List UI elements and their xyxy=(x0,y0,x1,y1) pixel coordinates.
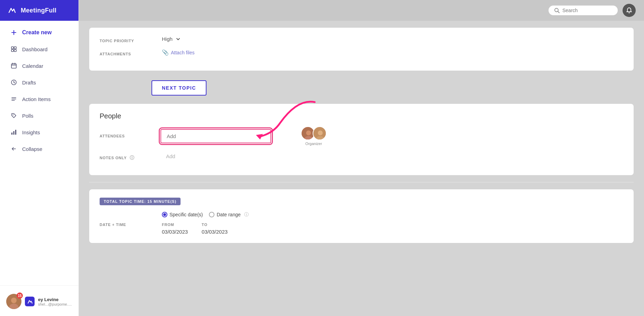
priority-text: High xyxy=(162,36,173,42)
bar-chart-icon xyxy=(10,129,17,136)
sidebar-bottom: 15 ey Levine shel...@purpome.com xyxy=(0,285,79,316)
topic-priority-value[interactable]: High xyxy=(162,36,623,42)
sidebar-nav: Create new Dashboard Calendar Drafts xyxy=(0,21,79,285)
info-icon: ⓘ xyxy=(130,155,135,161)
attendee-avatars-area: Organizer xyxy=(297,126,326,146)
sidebar-item-polls[interactable]: Polls xyxy=(3,107,76,124)
sidebar-item-drafts[interactable]: Drafts xyxy=(3,74,76,91)
radio-group: Specific date(s) Date range ⓘ xyxy=(162,211,249,218)
notes-only-row: NOTES ONLY ⓘ Add xyxy=(100,151,623,162)
attendees-row: ATTENDEES xyxy=(100,126,623,146)
sidebar-item-label: Create new xyxy=(22,29,52,36)
next-topic-button[interactable]: NEXT TOPIC xyxy=(151,80,206,96)
notes-only-add[interactable]: Add xyxy=(160,151,181,162)
date-fields: FROM 03/03/2023 TO 03/03/2023 xyxy=(162,223,249,235)
sidebar-item-insights[interactable]: Insights xyxy=(3,124,76,141)
svg-point-32 xyxy=(318,130,323,135)
specific-dates-radio[interactable] xyxy=(162,212,167,217)
to-field-group: TO 03/03/2023 xyxy=(202,223,228,235)
date-range-info-icon: ⓘ xyxy=(244,211,249,218)
user-section[interactable]: 15 ey Levine shel...@purpome.com xyxy=(0,290,79,313)
svg-rect-6 xyxy=(14,49,16,52)
date-range-radio[interactable] xyxy=(209,212,214,217)
attachments-row: ATTACHMENTS 📎 Attach files xyxy=(100,49,623,56)
mini-logo-icon xyxy=(27,298,33,305)
organizer-label: Organizer xyxy=(305,142,322,146)
sidebar-item-label: Drafts xyxy=(22,80,36,85)
date-time-card: TOTAL TOPIC TIME: 15 MINUTE(S) DATE + TI… xyxy=(89,189,634,243)
user-avatar-wrap: 15 xyxy=(6,294,21,309)
sidebar-item-calendar[interactable]: Calendar xyxy=(3,57,76,74)
main-area: TOPIC PRIORITY High ATTACHMENTS 📎 Attach… xyxy=(79,0,644,316)
app-logo: MeetingFull xyxy=(0,0,79,21)
svg-rect-19 xyxy=(13,131,15,135)
search-bar[interactable] xyxy=(549,6,618,15)
search-icon xyxy=(554,8,560,13)
sidebar-item-label: Calendar xyxy=(22,63,43,69)
total-time-badge: TOTAL TOPIC TIME: 15 MINUTE(S) xyxy=(100,198,181,205)
date-range-option[interactable]: Date range ⓘ xyxy=(209,211,248,218)
bell-icon xyxy=(626,7,633,14)
attendees-label: ATTENDEES xyxy=(100,134,155,138)
attendees-input[interactable] xyxy=(167,133,265,139)
svg-rect-7 xyxy=(11,64,16,68)
list-icon xyxy=(10,96,17,102)
logo-icon xyxy=(6,5,17,16)
from-value[interactable]: 03/03/2023 xyxy=(162,229,188,235)
attendee-avatar-image-2 xyxy=(313,127,326,140)
search-input[interactable] xyxy=(562,8,611,13)
svg-rect-4 xyxy=(14,47,16,49)
attach-files-label: Attach files xyxy=(171,50,194,55)
sidebar-item-label: Insights xyxy=(22,129,40,135)
logo-text: MeetingFull xyxy=(21,7,56,14)
notes-only-label: NOTES ONLY ⓘ xyxy=(100,152,155,161)
chevron-down-icon xyxy=(175,36,181,42)
people-card: People ATTENDEES xyxy=(89,104,634,175)
svg-rect-5 xyxy=(11,49,13,52)
to-value[interactable]: 03/03/2023 xyxy=(202,229,228,235)
people-title: People xyxy=(100,112,623,120)
date-range-label: Date range xyxy=(217,212,240,217)
sidebar: MeetingFull Create new Dashboard Calenda… xyxy=(0,0,79,316)
sidebar-item-label: Polls xyxy=(22,113,34,119)
dashboard-icon xyxy=(10,46,17,53)
attachments-label: ATTACHMENTS xyxy=(100,49,155,56)
user-info: ey Levine shel...@purpome.com xyxy=(38,297,72,306)
attendees-input-box[interactable] xyxy=(160,129,271,143)
sidebar-item-label: Dashboard xyxy=(22,46,47,52)
plus-icon xyxy=(10,29,17,36)
from-label: FROM xyxy=(162,223,188,227)
sidebar-item-dashboard[interactable]: Dashboard xyxy=(3,41,76,57)
attach-files-button[interactable]: 📎 Attach files xyxy=(162,49,623,56)
specific-dates-label: Specific date(s) xyxy=(169,212,203,217)
sidebar-item-collapse[interactable]: Collapse xyxy=(3,141,76,157)
date-time-label: DATE + TIME xyxy=(100,220,155,227)
brand-mini-logo xyxy=(25,297,35,306)
svg-line-26 xyxy=(558,11,559,13)
user-email: shel...@purpome.com xyxy=(38,302,72,306)
sidebar-item-action-items[interactable]: Action Items xyxy=(3,91,76,107)
svg-rect-18 xyxy=(11,133,12,135)
arrow-left-icon xyxy=(10,145,17,152)
priority-select[interactable]: High xyxy=(162,36,623,42)
sidebar-item-create-new[interactable]: Create new xyxy=(3,24,76,41)
attachments-value[interactable]: 📎 Attach files xyxy=(162,49,623,56)
paperclip-icon: 📎 xyxy=(162,49,169,56)
sidebar-item-label: Action Items xyxy=(22,96,51,102)
date-time-options: Specific date(s) Date range ⓘ FROM 03/03… xyxy=(162,211,249,235)
notification-button[interactable] xyxy=(623,4,636,17)
user-name: ey Levine xyxy=(38,297,72,302)
svg-rect-3 xyxy=(11,47,13,49)
svg-line-13 xyxy=(14,82,15,83)
top-bar xyxy=(79,0,644,21)
specific-dates-option[interactable]: Specific date(s) xyxy=(162,212,203,217)
calendar-icon xyxy=(10,62,17,69)
topic-form-card: TOPIC PRIORITY High ATTACHMENTS 📎 Attach… xyxy=(89,28,634,71)
notification-badge: 15 xyxy=(17,292,23,299)
topic-priority-label: TOPIC PRIORITY xyxy=(100,36,155,43)
clock-icon xyxy=(10,79,17,86)
svg-point-27 xyxy=(629,12,630,13)
sidebar-item-label: Collapse xyxy=(22,146,42,152)
tag-icon xyxy=(10,112,17,119)
attendee-avatars xyxy=(301,126,326,140)
